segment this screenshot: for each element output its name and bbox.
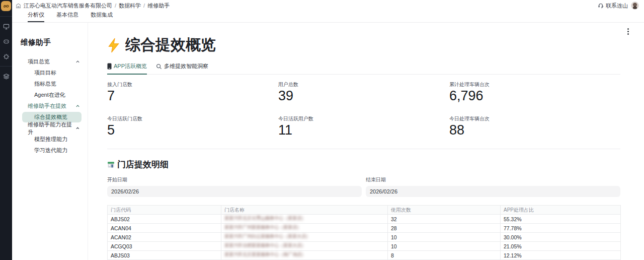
sub-tab-bar: APP活跃概览 多维提效智能洞察	[107, 62, 620, 75]
sidebar-group-label: 项目总览	[28, 58, 50, 66]
company-building-icon	[16, 3, 21, 9]
chevron-up-icon	[75, 104, 80, 108]
topbar-right: 联系连山	[598, 2, 639, 10]
stat-active-users-today: 今日活跃用户数 11	[278, 115, 449, 138]
sidebar-group-project-overview[interactable]: 项目总览	[21, 56, 82, 67]
usage-count: 32	[388, 215, 501, 224]
breadcrumb-data-science[interactable]: 数据科学	[119, 2, 141, 10]
dashboard-icon[interactable]	[0, 20, 12, 32]
stat-total-vehicles: 累计处理车辆台次 6,796	[449, 81, 620, 104]
store-section-title-text: 门店提效明细	[117, 159, 169, 170]
table-header-row: 门店代码 门店名称 使用次数 APP处理占比	[108, 206, 621, 215]
rail-divider	[0, 66, 12, 67]
store-name-masked: 某某汽车合肥某某服务中心（某某大店）	[221, 242, 388, 251]
lightning-bolt-icon	[107, 38, 120, 53]
stat-label: 累计处理车辆台次	[449, 81, 620, 88]
mobile-phone-icon	[107, 63, 112, 70]
top-tab-bar: 分析仪 基本信息 数据集成	[12, 11, 644, 23]
tab-basic-info[interactable]: 基本信息	[56, 11, 78, 22]
stat-total-users: 用户总数 39	[278, 81, 449, 104]
breadcrumb-company[interactable]: 江苏心电互动汽车销售服务有限公司	[24, 2, 112, 10]
stat-value: 88	[449, 123, 620, 138]
stat-value: 11	[278, 123, 449, 138]
col-store-code: 门店代码	[108, 206, 221, 215]
stat-value: 7	[107, 89, 278, 104]
start-date-field: 开始日期	[107, 176, 362, 197]
sidebar-group-label: 维修助手在提效	[28, 102, 66, 110]
app-logo[interactable]	[1, 1, 11, 11]
app-ratio: 12.12%	[501, 251, 621, 260]
page-title: 综合提效概览	[107, 35, 620, 55]
more-options-button[interactable]	[624, 27, 632, 36]
store-name-masked: 某某汽车北京某某服务中心（南广场店）	[221, 251, 388, 260]
app-ratio: 77.78%	[501, 224, 621, 233]
section-divider	[107, 149, 620, 149]
date-filter-row: 开始日期 结束日期	[107, 176, 620, 197]
sidebar-group-assistant-efficiency[interactable]: 维修助手在提效	[21, 101, 82, 111]
breadcrumb-repair-assistant[interactable]: 维修助手	[147, 2, 170, 10]
main-content: 综合提效概览 APP活跃概览 多维提效智能洞察	[88, 23, 644, 260]
end-date-field: 结束日期	[366, 176, 620, 197]
body-row: 维修助手 项目总览 项目目标 指标总览 Agent在进化 维修助手在提效 综合提…	[12, 23, 644, 260]
breadcrumb-separator: /	[115, 3, 116, 9]
sidebar-item-project-goals[interactable]: 项目目标	[22, 68, 82, 78]
app-ratio: 21.05%	[501, 242, 621, 251]
store-code: ACAN02	[108, 233, 221, 242]
start-date-input[interactable]	[107, 186, 362, 197]
app-ratio: 30.00%	[501, 233, 621, 242]
app-ratio: 55.32%	[501, 215, 621, 224]
subtab-label: APP活跃概览	[114, 62, 147, 70]
subtab-app-activity[interactable]: APP活跃概览	[107, 62, 147, 75]
stat-value: 6,796	[449, 89, 620, 104]
table-row: ABJS03 某某汽车北京某某服务中心（南广场店） 8 12.12%	[108, 251, 621, 260]
subtab-multidim-insight[interactable]: 多维提效智能洞察	[156, 62, 208, 75]
topbar: 江苏心电互动汽车销售服务有限公司 / 数据科学 / 维修助手 联系连山	[12, 0, 644, 11]
table-row: ABJS02 某某汽车北京石景山服务中心（某某店） 32 55.32%	[108, 215, 621, 224]
icon-rail	[0, 0, 12, 260]
tab-analyzer[interactable]: 分析仪	[28, 11, 44, 22]
usage-count: 10	[388, 233, 501, 242]
robot-icon[interactable]	[0, 35, 12, 47]
sidebar-group-capability-improving[interactable]: 维修助手能力在提升	[21, 123, 82, 134]
stat-vehicles-today: 今日处理车辆台次 88	[449, 115, 620, 138]
sidebar-title: 维修助手	[21, 38, 88, 47]
usage-count: 28	[388, 224, 501, 233]
end-date-input[interactable]	[366, 186, 620, 197]
breadcrumb: 江苏心电互动汽车销售服务有限公司 / 数据科学 / 维修助手	[16, 2, 170, 10]
store-code: ABJS03	[108, 251, 221, 260]
app-root: 江苏心电互动汽车销售服务有限公司 / 数据科学 / 维修助手 联系连山 分析仪 …	[0, 0, 644, 260]
store-icon	[107, 161, 115, 168]
table-row: ACAN04 某某汽车广州某某服务中心（某某店） 28 77.78%	[108, 224, 621, 233]
store-code: ACAN04	[108, 224, 221, 233]
stat-label: 今日活跃用户数	[278, 115, 449, 122]
table-row: ACAN02 某某汽车广州白云某服务中心（某某大店） 10 30.00%	[108, 233, 621, 242]
tab-data-integration[interactable]: 数据集成	[91, 11, 113, 22]
store-code: ACGQ03	[108, 242, 221, 251]
stat-label: 接入门店数	[107, 81, 278, 88]
stat-value: 39	[278, 89, 449, 104]
chip-settings-icon[interactable]	[0, 50, 12, 62]
contact-button[interactable]: 联系连山	[598, 2, 628, 10]
stat-connected-stores: 接入门店数 7	[107, 81, 278, 104]
sidebar-item-metrics-overview[interactable]: 指标总览	[22, 79, 82, 89]
col-store-name: 门店名称	[221, 206, 388, 215]
store-efficiency-table: 门店代码 门店名称 使用次数 APP处理占比 ABJS02 某某汽车北京石景山服…	[107, 205, 621, 260]
stat-value: 5	[107, 123, 278, 138]
stat-label: 今日活跃门店数	[107, 115, 278, 122]
chevron-up-icon	[75, 126, 80, 131]
shell: 江苏心电互动汽车销售服务有限公司 / 数据科学 / 维修助手 联系连山 分析仪 …	[12, 0, 644, 260]
store-name-masked: 某某汽车北京石景山服务中心（某某店）	[221, 215, 388, 224]
store-name-masked: 某某汽车广州某某服务中心（某某店）	[221, 224, 388, 233]
stat-label: 用户总数	[278, 81, 449, 88]
usage-count: 8	[388, 251, 501, 260]
contact-label: 联系连山	[606, 2, 628, 10]
end-date-label: 结束日期	[366, 176, 620, 183]
subtab-label: 多维提效智能洞察	[164, 62, 208, 70]
col-usage-count: 使用次数	[388, 206, 501, 215]
user-avatar[interactable]	[631, 2, 639, 10]
layers-icon[interactable]	[0, 70, 12, 82]
stat-active-stores-today: 今日活跃门店数 5	[107, 115, 278, 138]
sidebar-item-learning-iteration[interactable]: 学习迭代能力	[22, 145, 82, 156]
sidebar-item-agent-evolving[interactable]: Agent在进化	[22, 90, 82, 100]
col-app-ratio: APP处理占比	[501, 206, 621, 215]
